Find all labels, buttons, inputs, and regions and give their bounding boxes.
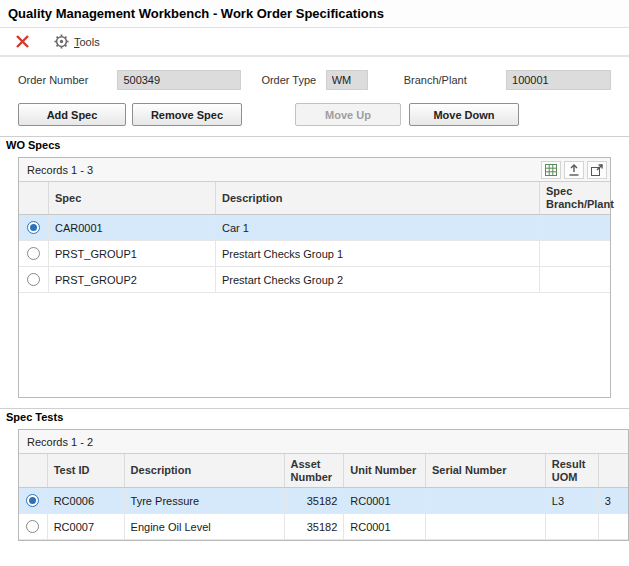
- wo-specs-title: WO Specs: [6, 138, 629, 153]
- wo-specs-row-car0001[interactable]: CAR0001 Car 1: [19, 215, 610, 241]
- move-down-button[interactable]: Move Down: [409, 103, 519, 126]
- cell-spec-branch-plant: [540, 215, 610, 240]
- wo-specs-grid: Records 1 - 3: [18, 157, 611, 398]
- remove-spec-button[interactable]: Remove Spec: [132, 103, 242, 126]
- wo-specs-col-spec-branch-plant: Spec Branch/Plant: [540, 182, 610, 214]
- branch-plant-label: Branch/Plant: [404, 74, 506, 86]
- spec-tests-row-rc0007[interactable]: RC0007 Engine Oil Level 35182 RC0001: [19, 514, 628, 540]
- customize-grid-icon[interactable]: [541, 161, 561, 179]
- row-select-radio[interactable]: [27, 273, 40, 286]
- gear-icon: [54, 34, 69, 49]
- row-select-cell: [19, 215, 49, 240]
- cell-description: Tyre Pressure: [125, 488, 285, 513]
- wo-specs-header-row: Spec Description Spec Branch/Plant: [19, 182, 610, 215]
- spec-tests-col-unit-number: Unit Number: [344, 454, 426, 487]
- cell-asset-number: 35182: [285, 488, 345, 513]
- cell-test-id: RC0007: [48, 514, 125, 539]
- cell-description: Engine Oil Level: [125, 514, 285, 539]
- wo-specs-row-prst-group2[interactable]: PRST_GROUP2 Prestart Checks Group 2: [19, 267, 610, 293]
- row-select-cell: [19, 267, 49, 292]
- spec-tests-row-rc0006[interactable]: RC0006 Tyre Pressure 35182 RC0001 L3 3: [19, 488, 628, 514]
- cell-spec: PRST_GROUP2: [49, 267, 216, 292]
- close-icon[interactable]: [12, 32, 32, 52]
- cell-serial-number: [426, 488, 546, 513]
- row-select-radio[interactable]: [26, 494, 39, 507]
- order-form: Order Number Order Type Branch/Plant: [18, 69, 611, 91]
- order-type-label: Order Type: [261, 74, 325, 86]
- spec-tests-divider: [0, 408, 629, 409]
- spec-tests-col-serial-number: Serial Number: [426, 454, 546, 487]
- cell-serial-number: [426, 514, 546, 539]
- tools-menu-button[interactable]: Tools: [54, 34, 100, 49]
- row-select-cell: [19, 488, 48, 513]
- wo-specs-empty-area: [19, 293, 610, 397]
- cell-spec: CAR0001: [49, 215, 216, 240]
- spec-tests-records-bar: Records 1 - 2: [19, 430, 628, 454]
- wo-specs-col-description: Description: [216, 182, 540, 214]
- row-select-cell: [19, 514, 48, 539]
- cell-asset-number: 35182: [285, 514, 345, 539]
- move-up-button[interactable]: Move Up: [295, 103, 401, 126]
- cell-result-uom: [546, 514, 599, 539]
- cell-partial: 3: [599, 488, 628, 513]
- close-x-glyph: [15, 34, 30, 49]
- spec-tests-col-test-id: Test ID: [48, 454, 125, 487]
- cell-spec-branch-plant: [540, 241, 610, 266]
- spec-tests-records-label: Records 1 - 2: [27, 436, 625, 448]
- toolbar: Tools: [0, 28, 629, 57]
- spec-tests-grid: Records 1 - 2 Test ID Description Asset …: [18, 429, 629, 541]
- spec-tests-section: Spec Tests: [0, 408, 629, 425]
- cell-description: Prestart Checks Group 2: [216, 267, 540, 292]
- row-select-radio[interactable]: [27, 221, 40, 234]
- spec-tests-title: Spec Tests: [6, 410, 629, 425]
- cell-test-id: RC0006: [48, 488, 125, 513]
- cell-description: Car 1: [216, 215, 540, 240]
- action-buttons: Add Spec Remove Spec Move Up Move Down: [18, 103, 611, 126]
- cell-result-uom: L3: [546, 488, 599, 513]
- add-spec-button[interactable]: Add Spec: [18, 103, 126, 126]
- branch-plant-field[interactable]: [506, 70, 611, 90]
- wo-specs-divider: [0, 136, 629, 137]
- export-icon[interactable]: [564, 161, 584, 179]
- row-select-cell: [19, 241, 49, 266]
- order-type-field[interactable]: [326, 70, 368, 90]
- wo-specs-records-label: Records 1 - 3: [27, 164, 541, 176]
- spec-tests-select-column-header: [19, 454, 48, 487]
- spec-tests-col-description: Description: [125, 454, 285, 487]
- order-number-field[interactable]: [117, 70, 241, 90]
- wo-specs-row-prst-group1[interactable]: PRST_GROUP1 Prestart Checks Group 1: [19, 241, 610, 267]
- expand-glyph: [591, 164, 603, 176]
- wo-specs-grid-tools: [541, 161, 607, 179]
- wo-specs-section: WO Specs: [0, 136, 629, 153]
- wo-specs-col-spec: Spec: [49, 182, 216, 214]
- cell-unit-number: RC0001: [344, 488, 426, 513]
- cell-unit-number: RC0001: [344, 514, 426, 539]
- cell-description: Prestart Checks Group 1: [216, 241, 540, 266]
- spec-tests-header-row: Test ID Description Asset Number Unit Nu…: [19, 454, 628, 488]
- spec-tests-col-asset-number: Asset Number: [285, 454, 345, 487]
- cell-partial: [599, 514, 628, 539]
- page-title: Quality Management Workbench - Work Orde…: [0, 0, 629, 28]
- order-number-label: Order Number: [18, 74, 117, 86]
- expand-grid-icon[interactable]: [587, 161, 607, 179]
- spec-tests-col-result-uom: Result UOM: [546, 454, 599, 487]
- spec-tests-col-partial: [599, 454, 628, 487]
- row-select-radio[interactable]: [26, 520, 39, 533]
- cell-spec: PRST_GROUP1: [49, 241, 216, 266]
- wo-specs-records-bar: Records 1 - 3: [19, 158, 610, 182]
- wo-specs-select-column-header: [19, 182, 49, 214]
- export-glyph: [568, 164, 580, 176]
- cell-spec-branch-plant: [540, 267, 610, 292]
- customize-grid-glyph: [545, 164, 557, 176]
- tools-label: Tools: [74, 36, 100, 48]
- row-select-radio[interactable]: [27, 247, 40, 260]
